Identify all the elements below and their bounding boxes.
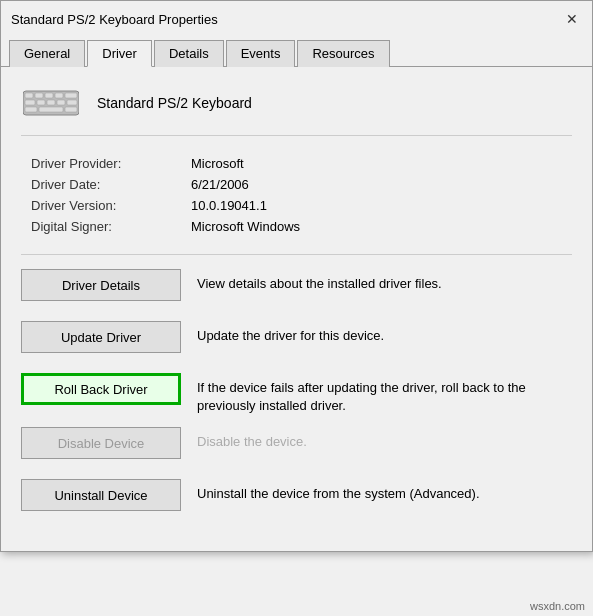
svg-rect-8 xyxy=(47,100,55,105)
disable-device-button-description: Disable the device. xyxy=(197,427,572,451)
svg-rect-2 xyxy=(35,93,43,98)
signer-value: Microsoft Windows xyxy=(191,219,300,234)
tab-details[interactable]: Details xyxy=(154,40,224,67)
svg-rect-3 xyxy=(45,93,53,98)
uninstall-device-button[interactable]: Uninstall Device xyxy=(21,479,181,511)
properties-window: Standard PS/2 Keyboard Properties ✕ Gene… xyxy=(0,0,593,552)
tab-driver[interactable]: Driver xyxy=(87,40,152,67)
svg-rect-9 xyxy=(57,100,65,105)
svg-rect-11 xyxy=(25,107,37,112)
version-value: 10.0.19041.1 xyxy=(191,198,267,213)
keyboard-svg xyxy=(23,87,79,119)
driver-details-button-description: View details about the installed driver … xyxy=(197,269,572,293)
date-label: Driver Date: xyxy=(31,177,191,192)
driver-info-section: Driver Provider: Microsoft Driver Date: … xyxy=(21,156,572,234)
version-label: Driver Version: xyxy=(31,198,191,213)
button-row-4: Uninstall DeviceUninstall the device fro… xyxy=(21,479,572,519)
provider-label: Driver Provider: xyxy=(31,156,191,171)
tab-bar: General Driver Details Events Resources xyxy=(1,35,592,67)
device-header: Standard PS/2 Keyboard xyxy=(21,83,572,136)
svg-rect-7 xyxy=(37,100,45,105)
svg-rect-1 xyxy=(25,93,33,98)
divider xyxy=(21,254,572,255)
driver-provider-row: Driver Provider: Microsoft xyxy=(31,156,572,171)
tab-content: Standard PS/2 Keyboard Driver Provider: … xyxy=(1,67,592,551)
driver-version-row: Driver Version: 10.0.19041.1 xyxy=(31,198,572,213)
date-value: 6/21/2006 xyxy=(191,177,249,192)
title-bar-controls: ✕ xyxy=(562,9,582,29)
svg-rect-4 xyxy=(55,93,63,98)
digital-signer-row: Digital Signer: Microsoft Windows xyxy=(31,219,572,234)
driver-date-row: Driver Date: 6/21/2006 xyxy=(31,177,572,192)
roll-back-driver-button-description: If the device fails after updating the d… xyxy=(197,373,572,415)
tab-events[interactable]: Events xyxy=(226,40,296,67)
close-button[interactable]: ✕ xyxy=(562,9,582,29)
watermark: wsxdn.com xyxy=(530,600,585,612)
button-row-1: Update DriverUpdate the driver for this … xyxy=(21,321,572,361)
update-driver-button-description: Update the driver for this device. xyxy=(197,321,572,345)
title-bar: Standard PS/2 Keyboard Properties ✕ xyxy=(1,1,592,35)
update-driver-button[interactable]: Update Driver xyxy=(21,321,181,353)
svg-rect-5 xyxy=(65,93,77,98)
svg-rect-12 xyxy=(39,107,63,112)
window-title: Standard PS/2 Keyboard Properties xyxy=(11,12,218,27)
tab-resources[interactable]: Resources xyxy=(297,40,389,67)
tab-general[interactable]: General xyxy=(9,40,85,67)
svg-rect-6 xyxy=(25,100,35,105)
signer-label: Digital Signer: xyxy=(31,219,191,234)
provider-value: Microsoft xyxy=(191,156,244,171)
disable-device-button: Disable Device xyxy=(21,427,181,459)
button-row-2: Roll Back DriverIf the device fails afte… xyxy=(21,373,572,415)
roll-back-driver-button[interactable]: Roll Back Driver xyxy=(21,373,181,405)
button-row-3: Disable DeviceDisable the device. xyxy=(21,427,572,467)
driver-details-button[interactable]: Driver Details xyxy=(21,269,181,301)
device-name: Standard PS/2 Keyboard xyxy=(97,95,252,111)
svg-rect-13 xyxy=(65,107,77,112)
buttons-container: Driver DetailsView details about the ins… xyxy=(21,269,572,519)
uninstall-device-button-description: Uninstall the device from the system (Ad… xyxy=(197,479,572,503)
button-row-0: Driver DetailsView details about the ins… xyxy=(21,269,572,309)
svg-rect-10 xyxy=(67,100,77,105)
device-icon xyxy=(21,83,81,123)
